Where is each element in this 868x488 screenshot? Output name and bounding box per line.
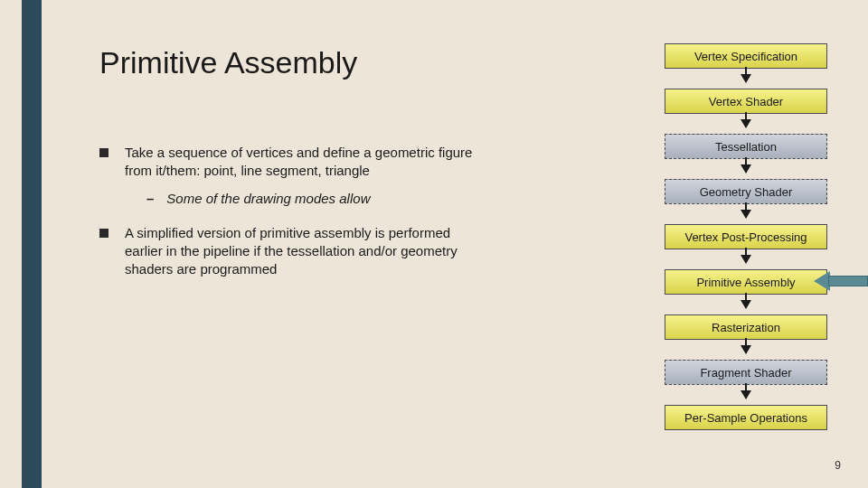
bullet-text: Take a sequence of vertices and define a… — [125, 144, 488, 208]
slide-title: Primitive Assembly — [99, 45, 488, 80]
pipeline-stage-geometry-shader: Geometry Shader — [665, 179, 827, 204]
highlight-arrow-icon — [814, 271, 868, 291]
pipeline-stage-fragment-shader: Fragment Shader — [665, 360, 827, 385]
page-number: 9 — [835, 459, 841, 472]
pipeline-stage-rasterization: Rasterization — [665, 314, 827, 340]
square-bullet-icon — [99, 148, 108, 157]
bullet-text-content: A simplified version of primitive assemb… — [125, 225, 458, 277]
square-bullet-icon — [99, 229, 108, 238]
arrow-down-icon — [741, 345, 751, 354]
arrow-down-icon — [741, 164, 751, 174]
pipeline-stage-vertex-post-processing: Vertex Post-Processing — [665, 224, 827, 249]
arrow-down-icon — [741, 119, 751, 128]
bullet-text-content: Take a sequence of vertices and define a… — [125, 145, 472, 178]
arrow-down-icon — [741, 255, 751, 264]
sub-bullet-item: – Some of the drawing modes allow — [146, 190, 488, 208]
arrow-down-icon — [741, 74, 751, 83]
pipeline-stage-primitive-assembly: Primitive Assembly — [665, 269, 827, 295]
pipeline-stage-per-sample-operations: Per-Sample Operations — [665, 405, 827, 430]
arrow-down-icon — [741, 210, 751, 219]
sub-bullet-text: Some of the drawing modes allow — [166, 190, 370, 208]
bullet-list: Take a sequence of vertices and define a… — [99, 144, 488, 279]
bullet-item: A simplified version of primitive assemb… — [99, 224, 488, 279]
bullet-text: A simplified version of primitive assemb… — [125, 224, 488, 279]
left-accent-bar — [22, 0, 42, 488]
pipeline-diagram: Vertex Specification Vertex Shader Tesse… — [660, 43, 832, 430]
pipeline-stage-vertex-specification: Vertex Specification — [665, 43, 827, 69]
dash-bullet-icon: – — [146, 190, 154, 208]
pipeline-stage-vertex-shader: Vertex Shader — [665, 89, 827, 114]
arrow-down-icon — [741, 300, 751, 309]
bullet-item: Take a sequence of vertices and define a… — [99, 144, 488, 208]
slide-content: Primitive Assembly Take a sequence of ve… — [99, 45, 488, 296]
arrow-down-icon — [741, 390, 751, 399]
pipeline-stage-tessellation: Tessellation — [665, 134, 827, 159]
